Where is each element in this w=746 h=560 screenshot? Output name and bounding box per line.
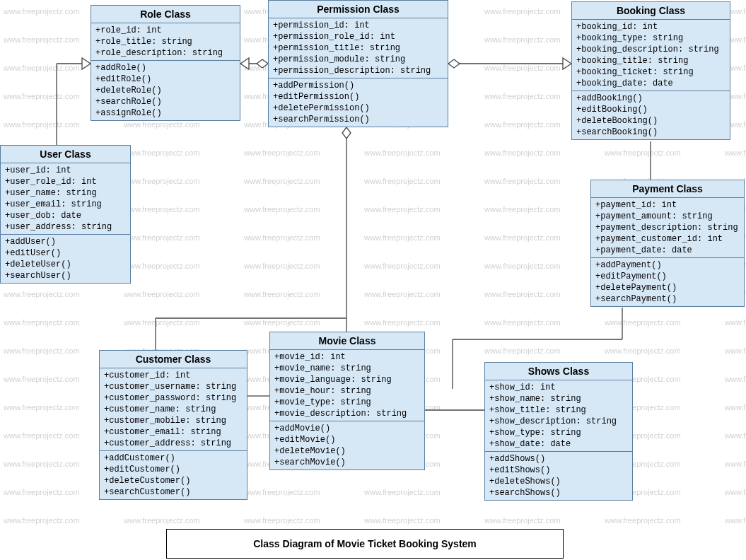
watermark-text: www.freeprojectz.com	[4, 120, 80, 129]
watermark-text: www.freeprojectz.com	[4, 318, 80, 327]
class-payment: Payment Class +payment_id: int+payment_a…	[590, 180, 745, 307]
watermark-text: www.freeprojectz.com	[4, 290, 80, 298]
svg-marker-10	[342, 127, 351, 139]
watermark-text: www.freeprojectz.com	[364, 290, 441, 298]
watermark-text: www.freeprojectz.com	[725, 403, 746, 412]
svg-marker-7	[448, 59, 460, 68]
class-customer: Customer Class +customer_id: int+custome…	[99, 350, 247, 500]
diagram-caption: Class Diagram of Movie Ticket Booking Sy…	[166, 529, 564, 559]
watermark-text: www.freeprojectz.com	[124, 177, 200, 185]
watermark-text: www.freeprojectz.com	[725, 318, 746, 327]
watermark-text: www.freeprojectz.com	[484, 516, 561, 525]
watermark-text: www.freeprojectz.com	[605, 516, 681, 525]
watermark-text: www.freeprojectz.com	[364, 177, 441, 185]
watermark-text: www.freeprojectz.com	[725, 148, 746, 157]
watermark-text: www.freeprojectz.com	[605, 148, 681, 157]
watermark-text: www.freeprojectz.com	[484, 290, 561, 298]
watermark-text: www.freeprojectz.com	[364, 233, 441, 242]
watermark-text: www.freeprojectz.com	[4, 35, 80, 44]
watermark-text: www.freeprojectz.com	[4, 516, 80, 525]
watermark-text: www.freeprojectz.com	[484, 7, 561, 16]
class-ops: +addCustomer()+editCustomer()+deleteCust…	[100, 451, 247, 499]
watermark-text: www.freeprojectz.com	[4, 403, 80, 412]
watermark-text: www.freeprojectz.com	[605, 346, 681, 355]
watermark-text: www.freeprojectz.com	[484, 35, 561, 44]
watermark-text: www.freeprojectz.com	[124, 516, 200, 525]
class-attrs: +role_id: int+role_title: string+role_de…	[91, 23, 240, 61]
watermark-text: www.freeprojectz.com	[484, 120, 561, 129]
watermark-text: www.freeprojectz.com	[484, 233, 561, 242]
class-title: Customer Class	[100, 351, 247, 368]
class-title: Movie Class	[270, 332, 424, 350]
watermark-text: www.freeprojectz.com	[484, 92, 561, 100]
class-attrs: +booking_id: int+booking_type: string+bo…	[572, 20, 730, 91]
watermark-text: www.freeprojectz.com	[484, 262, 561, 270]
svg-marker-2	[240, 58, 249, 69]
class-permission: Permission Class +permission_id: int+per…	[268, 0, 448, 127]
class-ops: +addPermission()+editPermission()+delete…	[269, 78, 448, 127]
watermark-text: www.freeprojectz.com	[244, 262, 320, 270]
class-ops: +addUser()+editUser()+deleteUser()+searc…	[1, 235, 130, 283]
watermark-text: www.freeprojectz.com	[244, 205, 320, 214]
watermark-text: www.freeprojectz.com	[364, 262, 441, 270]
class-title: Payment Class	[591, 180, 744, 198]
class-attrs: +show_id: int+show_name: string+show_tit…	[485, 380, 632, 452]
watermark-text: www.freeprojectz.com	[484, 318, 561, 327]
watermark-text: www.freeprojectz.com	[364, 318, 441, 327]
watermark-text: www.freeprojectz.com	[4, 7, 80, 16]
watermark-text: www.freeprojectz.com	[4, 488, 80, 496]
class-title: Booking Class	[572, 2, 730, 20]
watermark-text: www.freeprojectz.com	[484, 64, 561, 72]
class-user: User Class +user_id: int+user_role_id: i…	[0, 145, 131, 284]
watermark-text: www.freeprojectz.com	[124, 148, 200, 157]
class-title: User Class	[1, 146, 130, 163]
watermark-text: www.freeprojectz.com	[244, 516, 320, 525]
watermark-text: www.freeprojectz.com	[244, 148, 320, 157]
watermark-text: www.freeprojectz.com	[124, 262, 200, 270]
watermark-text: www.freeprojectz.com	[124, 205, 200, 214]
watermark-text: www.freeprojectz.com	[484, 205, 561, 214]
class-attrs: +movie_id: int+movie_name: string+movie_…	[270, 350, 424, 421]
class-attrs: +payment_id: int+payment_amount: string+…	[591, 198, 744, 258]
watermark-text: www.freeprojectz.com	[725, 460, 746, 468]
watermark-text: www.freeprojectz.com	[124, 120, 200, 129]
class-attrs: +user_id: int+user_role_id: int+user_nam…	[1, 163, 130, 235]
watermark-text: www.freeprojectz.com	[244, 488, 320, 496]
watermark-text: www.freeprojectz.com	[4, 375, 80, 383]
class-ops: +addMovie()+editMovie()+deleteMovie()+se…	[270, 421, 424, 469]
watermark-text: www.freeprojectz.com	[725, 431, 746, 440]
class-ops: +addRole()+editRole()+deleteRole()+searc…	[91, 61, 240, 120]
watermark-text: www.freeprojectz.com	[4, 92, 80, 100]
class-role: Role Class +role_id: int+role_title: str…	[91, 5, 240, 121]
watermark-text: www.freeprojectz.com	[124, 290, 200, 298]
watermark-text: www.freeprojectz.com	[484, 346, 561, 355]
watermark-text: www.freeprojectz.com	[244, 290, 320, 298]
class-ops: +addBooking()+editBooking()+deleteBookin…	[572, 91, 730, 139]
class-ops: +addPayment()+editPayment()+deletePaymen…	[591, 258, 744, 306]
class-booking: Booking Class +booking_id: int+booking_t…	[571, 1, 730, 140]
watermark-text: www.freeprojectz.com	[725, 488, 746, 496]
class-movie: Movie Class +movie_id: int+movie_name: s…	[269, 332, 425, 470]
watermark-text: www.freeprojectz.com	[725, 516, 746, 525]
class-attrs: +permission_id: int+permission_role_id: …	[269, 18, 448, 78]
watermark-text: www.freeprojectz.com	[364, 205, 441, 214]
watermark-text: www.freeprojectz.com	[4, 64, 80, 72]
class-attrs: +customer_id: int+customer_username: str…	[100, 368, 247, 451]
watermark-text: www.freeprojectz.com	[4, 460, 80, 468]
class-ops: +addShows()+editShows()+deleteShows()+se…	[485, 452, 632, 500]
watermark-text: www.freeprojectz.com	[484, 177, 561, 185]
class-shows: Shows Class +show_id: int+show_name: str…	[484, 362, 633, 501]
watermark-text: www.freeprojectz.com	[364, 148, 441, 157]
watermark-text: www.freeprojectz.com	[725, 346, 746, 355]
watermark-text: www.freeprojectz.com	[124, 233, 200, 242]
watermark-text: www.freeprojectz.com	[364, 488, 441, 496]
watermark-text: www.freeprojectz.com	[244, 318, 320, 327]
watermark-text: www.freeprojectz.com	[4, 346, 80, 355]
watermark-text: www.freeprojectz.com	[244, 233, 320, 242]
svg-marker-1	[257, 59, 268, 68]
class-title: Shows Class	[485, 363, 632, 380]
svg-marker-4	[82, 58, 91, 69]
class-title: Role Class	[91, 6, 240, 23]
svg-marker-8	[563, 58, 571, 69]
class-title: Permission Class	[269, 1, 448, 18]
